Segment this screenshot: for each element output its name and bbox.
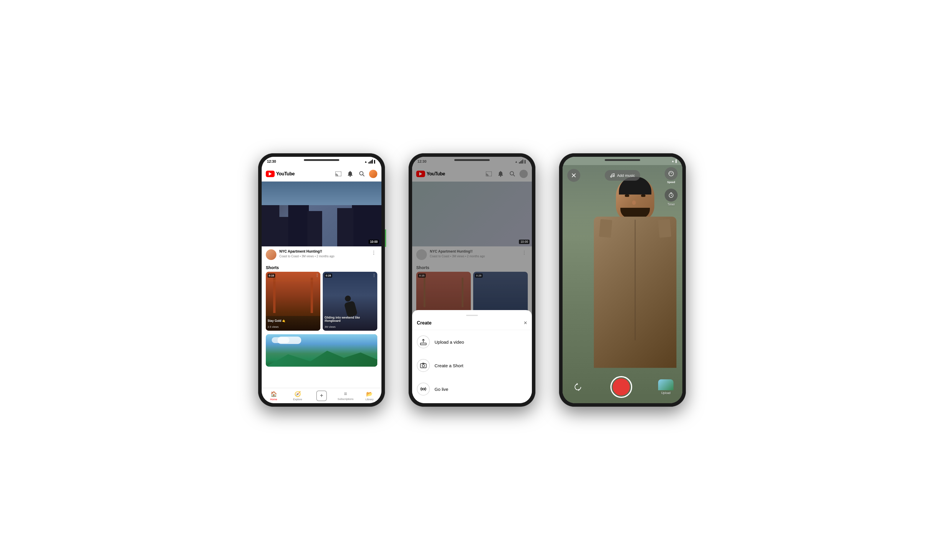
video-title-1: NYC Apartment Hunting!! <box>279 249 367 254</box>
sheet-handle <box>466 315 478 316</box>
svg-point-12 <box>423 388 424 390</box>
camera-status-bar: ▲ ▌ <box>563 157 682 165</box>
add-music-button[interactable]: Add music <box>605 170 640 181</box>
nav-explore[interactable]: 🧭 Explore <box>285 391 310 401</box>
create-button[interactable]: + <box>316 391 327 401</box>
youtube-logo-icon <box>266 171 275 177</box>
status-bar-1: 12:30 ▲ ▌ <box>262 157 381 166</box>
phone-1: 12:30 ▲ ▌ YouTube <box>258 153 385 407</box>
svg-rect-8 <box>420 343 426 345</box>
person-figure <box>597 171 674 368</box>
user-avatar[interactable] <box>369 170 377 178</box>
nav-home-label: Home <box>270 398 277 401</box>
record-button-inner <box>613 378 630 395</box>
nav-explore-label: Explore <box>293 398 302 401</box>
upload-thumbnail <box>658 379 674 390</box>
video-thumbnail-1[interactable]: 10:00 <box>262 182 381 246</box>
phone-2: 12:30 ▲ ▌ YouTube <box>409 153 535 407</box>
landscape-card[interactable] <box>266 334 377 367</box>
camera-top-bar: Add music Speed <box>563 165 682 186</box>
speed-button[interactable] <box>665 167 678 180</box>
go-live-item[interactable]: Go live <box>412 377 532 401</box>
sheet-header: Create × <box>412 320 532 330</box>
video-duration-1: 10:00 <box>369 240 379 244</box>
phone-3: ▲ ▌ <box>559 153 686 407</box>
speed-control: Speed <box>665 167 678 184</box>
shorts-grid-1: 0:15 ⋮ Stay Gold 🤙 2.5 views <box>262 272 381 333</box>
short-card-1[interactable]: 0:15 ⋮ Stay Gold 🤙 2.5 views <box>266 272 320 331</box>
upload-video-item[interactable]: Upload a video <box>412 330 532 354</box>
short-more-2[interactable]: ⋮ <box>372 273 376 278</box>
sheet-close-button[interactable]: × <box>524 320 527 326</box>
notifications-button[interactable] <box>346 169 355 178</box>
short-label-1: Stay Gold 🤙 <box>268 319 319 322</box>
battery-icon: ▌ <box>374 160 376 163</box>
svg-rect-10 <box>420 364 426 368</box>
explore-icon: 🧭 <box>295 391 301 397</box>
cast-button[interactable] <box>334 169 343 178</box>
search-button[interactable] <box>357 169 367 178</box>
phone-1-screen: 12:30 ▲ ▌ YouTube <box>262 157 381 403</box>
svg-marker-23 <box>577 383 578 385</box>
youtube-logo-text: YouTube <box>276 171 295 177</box>
nav-subscriptions[interactable]: ≡ Subscriptions <box>334 391 358 400</box>
camera-screen: Add music Speed <box>563 165 682 403</box>
status-time-1: 12:30 <box>267 160 276 163</box>
record-button[interactable] <box>610 376 632 398</box>
video-info-1: NYC Apartment Hunting!! Coast to Coast •… <box>262 246 381 263</box>
bottom-sheet: Create × Upload a video <box>412 310 532 403</box>
bottom-nav-1: 🏠 Home 🧭 Explore + ≡ Subscriptions 📂 Lib… <box>262 388 381 403</box>
camera-side-controls: Timer <box>665 189 678 206</box>
nav-home[interactable]: 🏠 Home <box>262 391 285 401</box>
camera-status-icons: ▲ ▌ <box>671 160 678 163</box>
library-icon: 📂 <box>366 391 373 397</box>
youtube-header-1: YouTube <box>262 166 381 182</box>
svg-point-15 <box>610 176 612 177</box>
shorts-section-1: Shorts 0:15 ⋮ Stay <box>262 263 381 388</box>
flip-camera-button[interactable] <box>571 380 585 394</box>
nav-create[interactable]: + <box>310 391 333 401</box>
scroll-indicator-1 <box>385 229 386 247</box>
phone-2-screen: 12:30 ▲ ▌ YouTube <box>412 157 532 403</box>
subscriptions-icon: ≡ <box>344 391 347 397</box>
phone-3-screen: ▲ ▌ <box>563 157 682 403</box>
svg-line-3 <box>363 175 364 176</box>
upload-video-label: Upload a video <box>435 340 464 345</box>
create-short-item[interactable]: Create a Short <box>412 354 532 377</box>
timer-label: Timer <box>667 203 675 206</box>
short-label-2: Gliding into weekend like #longboard <box>324 316 376 322</box>
svg-point-1 <box>350 176 351 177</box>
youtube-logo-1: YouTube <box>266 171 295 177</box>
create-short-label: Create a Short <box>435 363 463 368</box>
short-views-1: 2.5 views <box>268 325 279 328</box>
camera-close-button[interactable] <box>567 169 580 182</box>
nav-library-label: Library <box>366 398 374 401</box>
short-more-1[interactable]: ⋮ <box>315 273 319 278</box>
short-views-2: 3M views <box>324 325 336 328</box>
nav-subscriptions-label: Subscriptions <box>338 398 353 400</box>
short-card-2[interactable]: 0:28 ⋮ Gliding into weekend like #longbo… <box>323 272 377 331</box>
svg-point-2 <box>359 172 363 175</box>
short-time-2: 0:28 <box>324 274 332 278</box>
camera-bottom-bar: Upload <box>563 371 682 403</box>
upload-icon <box>417 335 430 348</box>
video-meta: NYC Apartment Hunting!! Coast to Coast •… <box>279 249 367 258</box>
signal-icon <box>369 160 373 163</box>
person-jacket <box>594 217 676 368</box>
upload-button[interactable]: Upload <box>658 379 674 395</box>
svg-point-11 <box>422 365 424 367</box>
go-live-label: Go live <box>435 387 449 392</box>
timer-control: Timer <box>665 189 678 206</box>
nav-library[interactable]: 📂 Library <box>358 391 381 401</box>
short-time-1: 0:15 <box>268 274 275 278</box>
shorts-title-1: Shorts <box>262 263 381 272</box>
camera-icon <box>417 359 430 372</box>
upload-label: Upload <box>661 391 671 395</box>
channel-avatar[interactable] <box>266 249 276 260</box>
svg-marker-24 <box>578 389 579 391</box>
video-more-button[interactable]: ⋮ <box>370 249 377 256</box>
video-subtitle-1: Coast to Coast • 3M views • 2 months ago <box>279 255 367 258</box>
add-music-label: Add music <box>617 173 635 178</box>
timer-button[interactable] <box>665 189 678 202</box>
home-icon: 🏠 <box>270 391 277 397</box>
